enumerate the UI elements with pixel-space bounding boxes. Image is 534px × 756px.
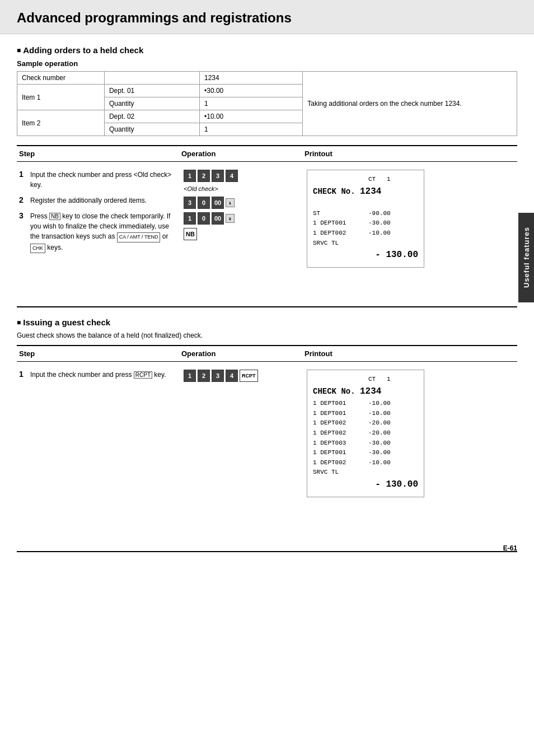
- key-1a: 1: [184, 212, 196, 225]
- key-row-1234: 1 2 3 4: [184, 170, 298, 182]
- section1-columns-body: 1 Input the check number and press <Old …: [17, 162, 517, 307]
- receipt-line-check: CHECK No. 1234: [313, 185, 418, 199]
- key-2: 2: [198, 170, 210, 182]
- receipt-box-2: CT 1 CHECK No. 1234 1 DEPT001 ·10.00 1 D…: [307, 370, 424, 497]
- cell-dept02: Dept. 02: [104, 110, 199, 123]
- cell-qty2-label: Quantity: [104, 123, 199, 136]
- cell-price2: •10.00: [200, 110, 303, 123]
- key-3: 3: [212, 170, 224, 182]
- cell-dept01: Dept. 01: [104, 85, 199, 97]
- key-row-102: 1 0 00 ₂: [184, 212, 298, 225]
- section2-columns-body: 1 Input the check number and press RCPT …: [17, 362, 517, 552]
- receipt-line-srvc: SRVC TL: [313, 239, 418, 249]
- section1-steps: 1 Input the check number and press <Old …: [17, 167, 179, 301]
- receipt2-line-check: CHECK No. 1234: [313, 385, 418, 399]
- print-col-label: Printout: [302, 148, 517, 159]
- key-00a: 00: [212, 197, 224, 209]
- table-row: Check number 1234 Taking additional orde…: [17, 72, 517, 85]
- old-check-label: <Old check>: [184, 185, 298, 192]
- step3: 3 Press NB key to close the check tempor…: [19, 211, 177, 253]
- key2-1: 1: [184, 370, 196, 382]
- page-header: Advanced programmings and registrations: [0, 0, 534, 34]
- key-4: 4: [226, 170, 238, 182]
- section2-desc: Guest check shows the balance of a held …: [17, 332, 517, 339]
- section1-subsection: Sample operation: [17, 59, 517, 68]
- cell-check-number-label: Check number: [17, 72, 105, 85]
- step2: 2 Register the additionally ordered item…: [19, 195, 177, 206]
- receipt2-line-1: 1 DEPT001 ·10.00: [313, 399, 418, 409]
- section2-printout: CT 1 CHECK No. 1234 1 DEPT001 ·10.00 1 D…: [302, 367, 517, 545]
- op2-col-label: Operation: [179, 348, 302, 359]
- cell-check-number-value: 1234: [200, 72, 303, 85]
- step2-1: 1 Input the check number and press RCPT …: [19, 370, 177, 380]
- cell-empty1: [104, 72, 199, 85]
- key2-4: 4: [226, 370, 238, 382]
- receipt2-line-ct: CT 1: [313, 375, 418, 385]
- receipt-line-st: ST ·90.00: [313, 209, 418, 219]
- section1-printout: CT 1 CHECK No. 1234 ST ·90.00 1 DEPT001 …: [302, 167, 517, 301]
- key-3a: 3: [184, 197, 196, 209]
- step-col-label: Step: [17, 148, 179, 159]
- cell-item1: Item 1: [17, 85, 105, 110]
- cell-note: Taking additional orders on the check nu…: [303, 72, 517, 136]
- receipt2-line-4: 1 DEPT002 ·20.00: [313, 428, 418, 438]
- receipt2-line-3: 1 DEPT002 ·20.00: [313, 418, 418, 428]
- receipt2-line-7: 1 DEPT002 ·10.00: [313, 458, 418, 468]
- key-row-301: 3 0 00 ₁: [184, 197, 298, 209]
- key2-2: 2: [198, 370, 210, 382]
- section2-columns-header: Step Operation Printout: [17, 345, 517, 362]
- receipt-line-ct: CT 1: [313, 175, 418, 185]
- sample-table: Check number 1234 Taking additional orde…: [17, 71, 517, 136]
- receipt-line-total: - 130.00: [313, 248, 418, 263]
- receipt2-line-srvc: SRVC TL: [313, 468, 418, 478]
- key-nb: NB: [184, 228, 197, 240]
- step2-col-label: Step: [17, 348, 179, 359]
- section2-title: Issuing a guest check: [17, 318, 517, 327]
- page-number: E-61: [503, 544, 517, 552]
- main-content: Adding orders to a held check Sample ope…: [0, 34, 534, 563]
- receipt-line-dept001: 1 DEPT001 ·30.00: [313, 218, 418, 228]
- op-col-label: Operation: [179, 148, 302, 159]
- receipt2-line-2: 1 DEPT001 ·10.00: [313, 409, 418, 419]
- cell-qty1-value: 1: [200, 97, 303, 110]
- key-sub2: ₂: [226, 214, 235, 223]
- key-row2-1234: 1 2 3 4 RCPT: [184, 370, 298, 382]
- step1: 1 Input the check number and press <Old …: [19, 170, 177, 190]
- key2-3: 3: [212, 370, 224, 382]
- receipt-line-blank: [313, 199, 418, 209]
- key-sub1: ₁: [226, 198, 235, 207]
- cell-qty2-value: 1: [200, 123, 303, 136]
- print2-col-label: Printout: [302, 348, 517, 359]
- receipt2-line-6: 1 DEPT001 ·30.00: [313, 448, 418, 458]
- receipt-line-dept002: 1 DEPT002 ·10.00: [313, 228, 418, 239]
- receipt2-line-total: - 130.00: [313, 478, 418, 492]
- key-1: 1: [184, 170, 196, 182]
- receipt2-line-5: 1 DEPT003 ·30.00: [313, 438, 418, 449]
- key-00b: 00: [212, 212, 224, 225]
- section1-operations: 1 2 3 4 <Old check> 3 0 00 ₁ 1 0 00 ₂: [179, 167, 302, 301]
- section1-columns-header: Step Operation Printout: [17, 145, 517, 162]
- key-row-nb: NB: [184, 228, 298, 240]
- key2-rcpt: RCPT: [240, 370, 258, 382]
- section2: Issuing a guest check Guest check shows …: [17, 318, 517, 552]
- key-0b: 0: [198, 212, 210, 225]
- page-title: Advanced programmings and registrations: [17, 10, 517, 26]
- section1-title: Adding orders to a held check: [17, 45, 517, 55]
- cell-item2: Item 2: [17, 110, 105, 136]
- key-0a: 0: [198, 197, 210, 209]
- section2-operations: 1 2 3 4 RCPT: [179, 367, 302, 545]
- cell-price1: •30.00: [200, 85, 303, 97]
- section2-steps: 1 Input the check number and press RCPT …: [17, 367, 179, 545]
- cell-qty1-label: Quantity: [104, 97, 199, 110]
- receipt-box-1: CT 1 CHECK No. 1234 ST ·90.00 1 DEPT001 …: [307, 170, 424, 268]
